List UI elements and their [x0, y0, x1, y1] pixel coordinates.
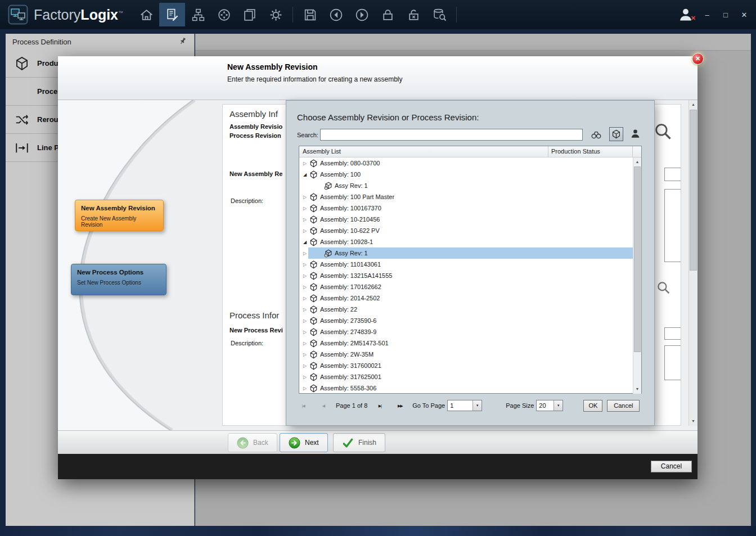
tree-row[interactable]: ▷Assembly: 080-03700: [299, 157, 633, 169]
expander-icon[interactable]: ▷: [302, 195, 308, 200]
tree-row[interactable]: ▷Assembly: 170162662: [299, 281, 633, 292]
expander-icon[interactable]: ▷: [302, 262, 308, 267]
column-production-status[interactable]: Production Status: [551, 148, 600, 155]
tree-row[interactable]: ▷Assembly: 317625001: [299, 371, 633, 382]
tree-row[interactable]: ▷Assembly: 273590-6: [299, 315, 633, 326]
expander-icon[interactable]: ◢: [302, 240, 308, 245]
expander-icon[interactable]: ▷: [302, 330, 308, 335]
tree-row[interactable]: ▷Assembly: 10-622 PV: [299, 225, 633, 236]
assembly-search-icon[interactable]: [653, 121, 672, 141]
goto-page-dropdown[interactable]: 1▼: [447, 400, 482, 411]
list-scrollbar[interactable]: ▲ ▼: [633, 157, 641, 394]
tree-row[interactable]: ▷Assembly: 100 Part Master: [299, 191, 633, 202]
tree-row[interactable]: ▷Assy Rev: 1: [299, 180, 633, 191]
pin-icon[interactable]: [177, 35, 189, 47]
back-icon[interactable]: [323, 3, 349, 26]
cancel-button[interactable]: Cancel: [651, 461, 692, 472]
tree-row[interactable]: ▷Assembly: 22: [299, 304, 633, 315]
tree-row[interactable]: ◢Assembly: 10928-1: [299, 236, 633, 247]
find-binoculars-icon[interactable]: [591, 129, 602, 141]
close-dialog-icon[interactable]: ✕: [692, 53, 704, 65]
forward-icon[interactable]: [349, 3, 375, 26]
close-window-button[interactable]: ✕: [739, 11, 749, 19]
save-icon[interactable]: [297, 3, 323, 26]
tree-row[interactable]: ◢Assembly: 100: [299, 169, 633, 180]
user-filter-icon[interactable]: [630, 128, 641, 139]
unlock-icon[interactable]: [400, 3, 426, 26]
next-button-label: Next: [305, 439, 319, 447]
logout-x-badge: ✕: [691, 15, 696, 22]
new-assembly-revision-input[interactable]: [664, 168, 681, 181]
templates-icon[interactable]: [185, 3, 211, 26]
tree-row[interactable]: ▷Assembly: 100167370: [299, 202, 633, 214]
minimize-button[interactable]: –: [702, 11, 712, 19]
logout-user-icon[interactable]: ✕: [678, 7, 694, 22]
expander-icon[interactable]: ◢: [302, 172, 308, 177]
scroll-up-icon[interactable]: ▲: [689, 100, 698, 109]
chevron-down-icon[interactable]: ▼: [554, 400, 562, 411]
tree-row[interactable]: ▷Assembly: 274839-9: [299, 326, 633, 337]
expander-icon[interactable]: ▷: [302, 375, 308, 380]
page-size-dropdown[interactable]: 20▼: [536, 400, 563, 411]
scroll-down-icon[interactable]: ▼: [633, 385, 641, 394]
last-page-button[interactable]: ▶▶: [395, 401, 405, 411]
assembly-icon: [309, 317, 318, 325]
next-page-button[interactable]: ▶|: [375, 401, 385, 411]
tree-row[interactable]: ▷Assembly: 2W-35M: [299, 349, 633, 360]
first-page-button[interactable]: |◀: [298, 401, 308, 411]
scroll-up-icon[interactable]: ▲: [633, 157, 641, 166]
database-search-icon[interactable]: [426, 3, 452, 26]
expander-icon[interactable]: ▷: [302, 296, 308, 301]
expander-icon[interactable]: ▷: [302, 285, 308, 290]
tree-row[interactable]: ▷Assembly: 5558-306: [299, 382, 633, 394]
column-assembly-list[interactable]: Assembly List: [303, 148, 341, 155]
next-button[interactable]: Next: [280, 433, 328, 452]
expander-icon[interactable]: ▷: [302, 161, 308, 166]
new-process-revision-input[interactable]: [664, 327, 681, 340]
maximize-button[interactable]: □: [721, 11, 731, 19]
tree-row[interactable]: ▷Assembly: 2014-2502: [299, 292, 633, 304]
scroll-down-icon[interactable]: ▼: [689, 417, 698, 426]
expander-icon[interactable]: ▷: [302, 217, 308, 222]
expander-icon[interactable]: ▷: [302, 318, 308, 323]
dialog-scrollbar[interactable]: ▲ ▼: [688, 100, 698, 426]
expander-icon[interactable]: ▷: [302, 386, 308, 391]
chevron-down-icon[interactable]: ▼: [472, 400, 482, 411]
finish-button[interactable]: Finish: [333, 433, 385, 452]
previous-page-button[interactable]: ◀: [318, 401, 328, 411]
search-input[interactable]: [320, 129, 583, 141]
tree-row[interactable]: ▷Assembly: 10-210456: [299, 214, 633, 225]
description-textarea[interactable]: [664, 189, 681, 262]
process-search-icon[interactable]: [656, 280, 670, 295]
expander-icon[interactable]: ▷: [302, 341, 308, 346]
expander-icon[interactable]: ▷: [302, 228, 308, 233]
expander-icon[interactable]: ▷: [302, 352, 308, 357]
lock-icon[interactable]: [375, 3, 400, 26]
expander-icon[interactable]: ▷: [302, 206, 308, 211]
expander-icon[interactable]: ▷: [302, 273, 308, 278]
product-icon: [15, 56, 29, 71]
tree-row[interactable]: ▷Assembly: 317600021: [299, 360, 633, 371]
column-divider[interactable]: [548, 146, 548, 157]
process-definition-icon[interactable]: [159, 3, 185, 26]
column-divider[interactable]: [632, 146, 633, 157]
home-icon[interactable]: [133, 3, 159, 26]
chooser-cancel-button[interactable]: Cancel: [607, 400, 640, 412]
description2-textarea[interactable]: [664, 345, 681, 380]
documents-icon[interactable]: [237, 3, 263, 26]
tree-row[interactable]: ▷Assembly: 110143061: [299, 259, 633, 270]
expander-icon[interactable]: ▷: [302, 307, 308, 312]
assembly-filter-toggle[interactable]: [609, 127, 623, 141]
tree-row[interactable]: ▷Assembly: 2M51473-501: [299, 337, 633, 349]
back-button[interactable]: Back: [228, 433, 277, 452]
navigator-icon[interactable]: [211, 3, 237, 26]
tree-row[interactable]: ▷Assembly: 13215A141555: [299, 270, 633, 281]
settings-gear-icon[interactable]: [263, 3, 289, 26]
expander-icon[interactable]: ▷: [302, 363, 308, 368]
expander-icon[interactable]: ▷: [302, 251, 308, 256]
goto-page-label: Go To Page: [412, 402, 445, 409]
scrollbar-thumb[interactable]: [634, 166, 641, 352]
ok-button[interactable]: OK: [583, 400, 602, 412]
tree-row-selected[interactable]: ▷Assy Rev: 1: [299, 247, 633, 259]
scrollbar-thumb[interactable]: [690, 110, 697, 271]
